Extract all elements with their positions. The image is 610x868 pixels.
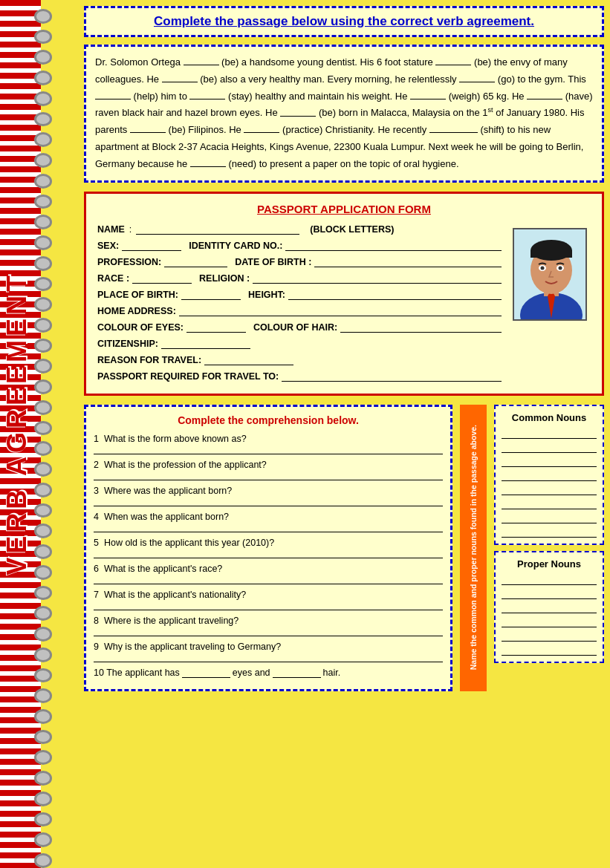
blank-12 (429, 123, 478, 133)
question-6: 6 What is the applicant's race? (94, 564, 443, 584)
q2-answer-line (94, 470, 443, 480)
proper-nouns-title: Proper Nouns (502, 558, 597, 570)
blank-11 (244, 123, 279, 133)
q6-answer-line (94, 574, 443, 584)
blank-7 (410, 89, 446, 99)
question-9: 9 Why is the applicant traveling to Germ… (94, 642, 443, 662)
comprehension-title: Complete the comprehension below. (94, 414, 443, 426)
proper-noun-line (502, 575, 597, 585)
q6-text: 6 What is the applicant's race? (94, 564, 443, 574)
nouns-panel: Common Nouns Proper Nouns (494, 405, 604, 663)
common-noun-line (502, 527, 597, 538)
prof-dob-row: PROFESSION: DATE OF BIRTH : (97, 257, 502, 267)
common-noun-line (502, 499, 597, 509)
eyes-hair-row: COLOUR OF EYES: COLOUR OF HAIR: (97, 322, 502, 333)
spiral-item (34, 812, 52, 827)
spiral-item (34, 71, 52, 85)
q10-blank1 (182, 668, 230, 678)
proper-noun-line (502, 645, 597, 656)
spiral-item (34, 832, 52, 847)
spiral-item (34, 647, 52, 662)
spiral-item (34, 668, 52, 683)
q7-text: 7 What is the applicant's nationality? (94, 590, 443, 600)
spiral-item (34, 153, 52, 168)
citizenship-label: CITIZENSHIP: (97, 339, 158, 349)
profession-blank (164, 257, 227, 267)
spiral-item (34, 277, 52, 292)
title-box: Complete the passage below using the cor… (84, 6, 604, 37)
name-blank (136, 224, 299, 235)
race-label: RACE : (97, 273, 129, 284)
reason-blank (204, 355, 293, 365)
q10-blank2 (273, 668, 321, 678)
address-label: HOME ADDRESS: (97, 306, 176, 316)
race-blank (132, 273, 192, 284)
spiral-item (34, 30, 52, 45)
q4-text: 4 When was the applicant born? (94, 512, 443, 522)
q9-answer-line (94, 652, 443, 662)
sex-id-row: SEX: IDENTITY CARD NO.: (97, 241, 502, 251)
q10-text: 10 The applicant has eyes and hair. (94, 668, 443, 678)
spiral-item (34, 730, 52, 745)
svg-point-9 (541, 266, 545, 270)
q5-text: 5 How old is the applicant this year (20… (94, 538, 443, 548)
spiral-item (34, 627, 52, 642)
sex-label: SEX: (97, 241, 119, 251)
id-pair: IDENTITY CARD NO.: (189, 241, 502, 251)
spiral-item (34, 565, 52, 580)
common-noun-line (502, 457, 597, 467)
common-nouns-title: Common Nouns (502, 412, 597, 423)
spiral-item (34, 792, 52, 806)
blank-1 (184, 55, 219, 65)
spiral-item (34, 379, 52, 394)
religion-label: RELIGION : (199, 273, 250, 284)
common-nouns-box: Common Nouns (494, 405, 604, 545)
id-blank (285, 241, 502, 251)
race-religion-row: RACE : RELIGION : (97, 273, 502, 284)
name-label: NAME (97, 224, 125, 235)
hair-pair: COLOUR OF HAIR: (253, 322, 502, 333)
spiral-item (34, 586, 52, 601)
blank-13 (190, 157, 226, 167)
passport-form-box: PASSPORT APPLICATION FORM NAME : (BLOCK … (84, 192, 604, 396)
spiral-item (34, 544, 52, 559)
common-noun-line (502, 428, 597, 439)
blank-6 (189, 89, 225, 99)
citizenship-blank (161, 339, 250, 349)
dob-label: DATE OF BIRTH : (235, 257, 311, 267)
question-3: 3 Where was the applicant born? (94, 486, 443, 506)
spiral-item (34, 421, 52, 436)
proper-noun-line (502, 617, 597, 627)
name-row: NAME : (BLOCK LETTERS) (97, 224, 502, 235)
sex-pair: SEX: (97, 241, 181, 251)
citizenship-row: CITIZENSHIP: (97, 339, 502, 349)
comprehension-box: Complete the comprehension below. 1 What… (84, 405, 452, 691)
q8-text: 8 Where is the applicant traveling? (94, 616, 443, 626)
blank-5 (95, 89, 131, 99)
place-label: PLACE OF BIRTH: (97, 290, 178, 300)
hair-label: COLOUR OF HAIR: (253, 322, 337, 333)
spiral-item (34, 503, 52, 518)
eyes-label: COLOUR OF EYES: (97, 322, 184, 333)
passport-required-blank (282, 371, 502, 382)
spiral-item (34, 174, 52, 189)
spiral-item (34, 359, 52, 373)
name-hint: (BLOCK LETTERS) (310, 224, 394, 235)
q9-text: 9 Why is the applicant traveling to Germ… (94, 642, 443, 652)
spiral-item (34, 339, 52, 353)
blank-10 (130, 123, 166, 133)
spiral-item (34, 771, 52, 786)
height-label: HEIGHT: (248, 290, 285, 300)
name-colon: : (129, 224, 132, 235)
place-blank (181, 290, 241, 300)
place-height-row: PLACE OF BIRTH: HEIGHT: (97, 290, 502, 300)
q3-answer-line (94, 496, 443, 506)
proper-noun-line (502, 603, 597, 613)
spiral-binding (30, 0, 56, 868)
photo-placeholder (513, 228, 587, 321)
blank-4 (459, 72, 495, 82)
common-noun-line (502, 513, 597, 523)
religion-pair: RELIGION : (199, 273, 502, 284)
vertical-title-text: VERB AGREEMENT (1, 272, 33, 575)
spiral-item (34, 688, 52, 703)
